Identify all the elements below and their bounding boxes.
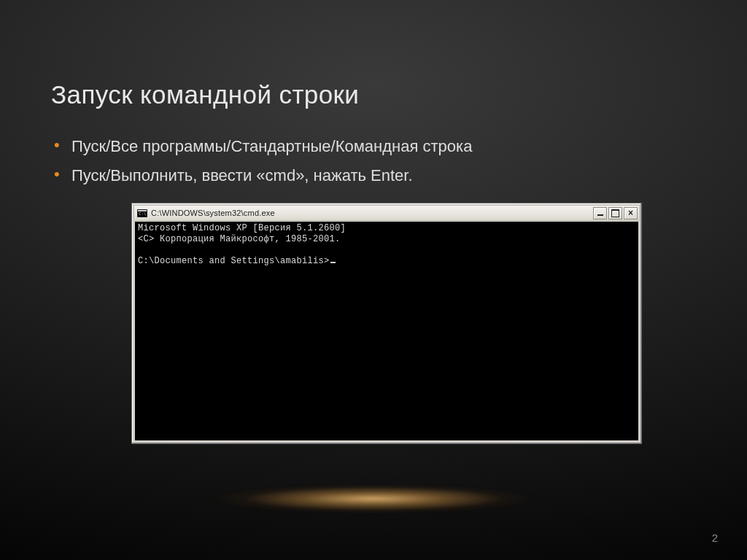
terminal-line: Microsoft Windows XP [Версия 5.1.2600] — [138, 223, 346, 233]
close-button[interactable]: × — [624, 207, 638, 219]
cmd-title-text: C:\WINDOWS\system32\cmd.exe — [151, 209, 593, 217]
cursor-icon — [330, 262, 336, 263]
presentation-slide: Запуск командной строки Пуск/Все програм… — [0, 0, 747, 560]
cmd-icon: C:\ — [137, 209, 147, 218]
minimize-button[interactable] — [593, 207, 607, 219]
slide-title: Запуск командной строки — [51, 80, 696, 109]
bullet-list: Пуск/Все программы/Стандартные/Командная… — [51, 134, 696, 188]
bullet-item: Пуск/Выполнить, ввести «cmd», нажать Ent… — [54, 163, 696, 188]
page-number: 2 — [712, 532, 718, 544]
window-controls: × — [593, 207, 638, 219]
decorative-glow — [0, 494, 747, 497]
cmd-window: C:\ C:\WINDOWS\system32\cmd.exe × Micros… — [131, 203, 642, 444]
svg-text:C:\: C:\ — [139, 211, 146, 216]
terminal-prompt: C:\Documents and Settings\amabilis> — [138, 256, 330, 266]
cmd-terminal[interactable]: Microsoft Windows XP [Версия 5.1.2600] <… — [135, 222, 638, 440]
cmd-titlebar: C:\ C:\WINDOWS\system32\cmd.exe × — [133, 205, 640, 221]
terminal-line: <C> Корпорация Майкрософт, 1985-2001. — [138, 234, 341, 244]
bullet-item: Пуск/Все программы/Стандартные/Командная… — [54, 134, 696, 159]
maximize-button[interactable] — [608, 207, 622, 219]
